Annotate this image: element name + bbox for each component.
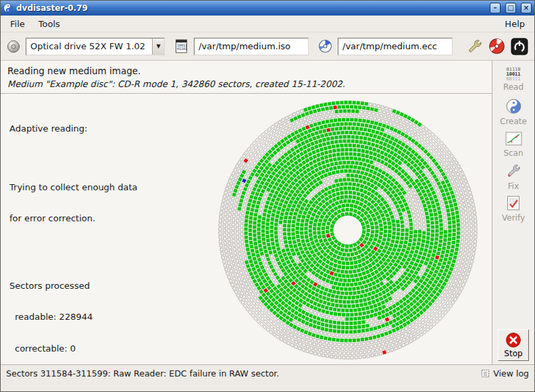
- toolbar: Optical drive 52X FW 1.02 ▼ 1001101101: [1, 32, 534, 61]
- ecc-file-icon: [318, 39, 332, 53]
- create-yinyang-icon: [506, 99, 521, 116]
- scan-button-label: Scan: [503, 148, 523, 158]
- menu-tools[interactable]: Tools: [32, 17, 67, 31]
- menubar: File Tools Help: [1, 16, 534, 32]
- drive-icon: [7, 40, 20, 53]
- window-title: dvdisaster-0.79: [16, 3, 485, 13]
- adaptive-desc-1: Trying to collect enough data: [9, 182, 160, 193]
- chevron-down-icon[interactable]: ▼: [152, 38, 164, 55]
- fix-wrench-icon: [506, 163, 521, 181]
- iso-path-input[interactable]: [194, 38, 309, 55]
- log-icon: [481, 369, 490, 378]
- sectors-correctable: correctable: 0: [9, 343, 160, 354]
- body: Reading new medium image. Medium "Exampl…: [1, 61, 534, 364]
- fix-button-label: Fix: [508, 181, 519, 191]
- medium-description: Medium "Example disc": CD-R mode 1, 3428…: [7, 79, 485, 89]
- maximize-button[interactable]: □: [505, 3, 516, 13]
- dvdisaster-disc-icon[interactable]: [488, 38, 505, 55]
- create-button[interactable]: Create: [494, 96, 532, 128]
- drive-select-value: Optical drive 52X FW 1.02: [26, 41, 152, 51]
- read-button-label: Read: [503, 82, 524, 92]
- titlebar: dvdisaster-0.79 – □ ×: [1, 1, 534, 16]
- svg-text:01101: 01101: [177, 47, 187, 51]
- status-message: Sectors 311584-311599: Raw Reader: EDC f…: [6, 368, 279, 379]
- verify-check-icon: [506, 196, 521, 213]
- iso-image-icon: 1001101101: [174, 39, 188, 53]
- action-sidebar: 01110 10011 00111 Read Create Scan: [492, 61, 534, 364]
- view-log-label: View log: [493, 368, 529, 379]
- read-button[interactable]: 01110 10011 00111 Read: [494, 64, 532, 95]
- drive-select[interactable]: Optical drive 52X FW 1.02 ▼: [26, 38, 165, 55]
- info-panel: Adaptive reading: Trying to collect enou…: [9, 103, 160, 364]
- window-bottom-frame: [1, 382, 534, 391]
- sectors-processed-title: Sectors processed: [9, 281, 160, 291]
- app-window: dvdisaster-0.79 – □ × File Tools Help Op…: [0, 0, 535, 392]
- scan-button[interactable]: Scan: [494, 129, 532, 160]
- page-header: Reading new medium image. Medium "Exampl…: [1, 61, 492, 91]
- read-binary-icon: 01110 10011 00111: [506, 67, 520, 82]
- close-button[interactable]: ×: [521, 3, 532, 13]
- adaptive-title: Adaptive reading:: [9, 123, 160, 134]
- app-icon: [3, 3, 13, 13]
- scan-chart-icon: [505, 132, 522, 148]
- verify-button-label: Verify: [502, 213, 525, 223]
- ecc-path-input[interactable]: [338, 38, 453, 55]
- disc-spiral-canvas: [213, 96, 483, 364]
- stop-x-icon: [505, 332, 521, 348]
- stop-button-label: Stop: [504, 349, 522, 358]
- reading-view: Adaptive reading: Trying to collect enou…: [1, 94, 492, 364]
- menu-help[interactable]: Help: [498, 17, 532, 31]
- menu-file[interactable]: File: [3, 17, 32, 31]
- create-button-label: Create: [500, 117, 527, 126]
- status-headline: Reading new medium image.: [7, 65, 485, 76]
- fix-button[interactable]: Fix: [494, 161, 532, 192]
- adaptive-desc-2: for error correction.: [9, 213, 160, 224]
- view-log-button[interactable]: View log: [481, 368, 529, 379]
- preferences-wrench-icon[interactable]: [467, 38, 483, 55]
- minimize-button[interactable]: –: [490, 3, 501, 13]
- quit-power-icon[interactable]: [511, 38, 528, 55]
- statusbar: Sectors 311584-311599: Raw Reader: EDC f…: [1, 364, 534, 382]
- content-area: Reading new medium image. Medium "Exampl…: [1, 61, 492, 364]
- verify-button[interactable]: Verify: [494, 194, 532, 225]
- sectors-readable: readable: 228944: [9, 312, 160, 323]
- stop-button[interactable]: Stop: [498, 329, 529, 361]
